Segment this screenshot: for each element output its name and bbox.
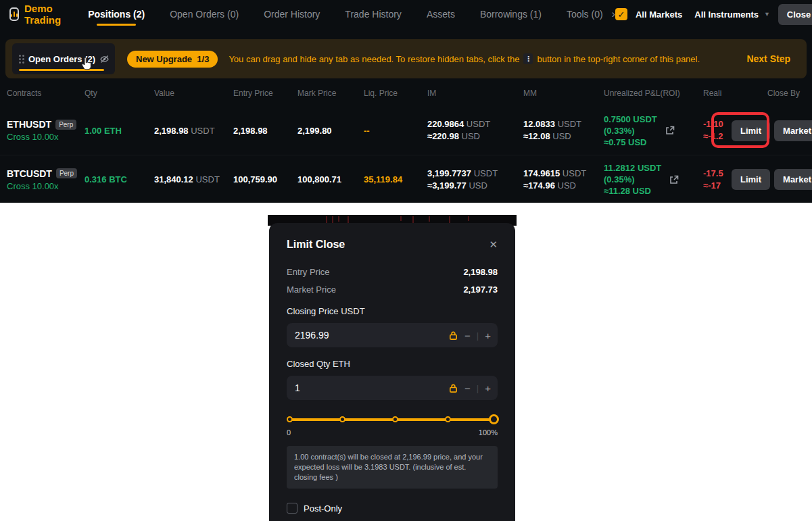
share-external-link-icon[interactable] <box>669 175 679 184</box>
lock-icon[interactable] <box>448 383 458 393</box>
liq-price-cell: -- <box>364 126 427 136</box>
col-header-qty: Qty <box>85 89 154 98</box>
limit-close-button[interactable]: Limit <box>732 120 770 141</box>
lock-icon[interactable] <box>448 330 458 341</box>
col-header-entry: Entry Price <box>233 89 297 98</box>
limit-close-button[interactable]: Limit <box>732 169 770 190</box>
close-icon[interactable]: ✕ <box>489 239 498 251</box>
post-only-toggle[interactable]: Post-Only <box>287 503 498 514</box>
col-header-upl: Unrealized P&L(ROI) <box>604 89 703 98</box>
screen: Demo Trading Positions (2) Open Orders (… <box>0 0 812 521</box>
mm-cell: 12.0833 USDT ≈12.08 USD <box>523 118 604 143</box>
demo-trading-logo-icon <box>9 7 19 21</box>
col-header-im: IM <box>427 89 523 98</box>
slider-dot-0[interactable] <box>287 416 293 422</box>
qty-cell: 0.316 BTC <box>85 174 154 184</box>
nav-right-controls: ✓ All Markets All Instruments ▼ Close Al… <box>615 4 812 25</box>
next-step-button[interactable]: Next Step <box>746 53 790 64</box>
closed-qty-input[interactable] <box>295 382 448 393</box>
hand-cursor-icon <box>80 57 93 72</box>
nav-tabs: Positions (2) Open Orders (0) Order Hist… <box>88 1 615 27</box>
col-header-liq: Liq. Price <box>364 89 427 98</box>
slider-dot-25[interactable] <box>339 416 345 422</box>
eye-slash-icon[interactable] <box>99 54 110 64</box>
market-price-row: Market Price 2,197.73 <box>287 284 498 295</box>
value-cell: 31,840.12 USDT <box>154 174 233 184</box>
col-header-mark: Mark Price <box>297 89 364 98</box>
closing-price-input[interactable] <box>295 330 448 341</box>
closing-price-field: − | + <box>287 323 498 347</box>
im-cell: 3,199.7737 USDT ≈3,199.77 USD <box>427 168 523 192</box>
market-price-label: Market Price <box>287 284 336 295</box>
banner-message: You can drag and hide any tab as needed.… <box>229 53 700 64</box>
tab-positions[interactable]: Positions (2) <box>88 1 145 27</box>
col-header-close-by: Close By <box>732 89 800 98</box>
tab-borrowings[interactable]: Borrowings (1) <box>480 1 542 27</box>
tab-assets[interactable]: Assets <box>427 1 455 27</box>
all-markets-label: All Markets <box>636 9 682 20</box>
unrealized-pnl-cell: 0.7500 USDT (0.33%) ≈0.75 USD <box>604 114 703 148</box>
modal-region: Limit Close ✕ Entry Price 2,198.98 Marke… <box>268 215 517 521</box>
close-by-cell: Limit Market <box>732 120 812 141</box>
slider-max-label: 100% <box>479 428 498 437</box>
tab-order-history[interactable]: Order History <box>264 1 320 27</box>
close-summary-note: 1.00 contract(s) will be closed at 2,196… <box>287 446 498 489</box>
top-nav: Demo Trading Positions (2) Open Orders (… <box>0 0 812 28</box>
entry-price-label: Entry Price <box>287 267 330 277</box>
margin-mode[interactable]: Cross 10.00x <box>7 181 85 191</box>
value-cell: 2,198.98 USDT <box>154 126 233 136</box>
mark-price-cell: 2,199.80 <box>297 126 364 136</box>
contract-symbol[interactable]: ETHUSDT <box>7 119 51 130</box>
im-cell: 220.9864 USDT ≈220.98 USD <box>427 118 523 143</box>
realized-pnl-cell: -1.10 ≈-1.2 <box>703 118 732 143</box>
slider-handle[interactable] <box>489 414 499 424</box>
market-price-value: 2,197.73 <box>463 284 498 295</box>
entry-price-value: 2,198.98 <box>463 267 498 277</box>
post-only-checkbox[interactable] <box>287 503 297 514</box>
stepper-divider: | <box>477 330 479 341</box>
close-all-button[interactable]: Close All <box>778 4 812 25</box>
brand-name: Demo Trading <box>24 3 65 26</box>
slider-dot-50[interactable] <box>392 416 398 422</box>
tab-open-orders[interactable]: Open Orders (0) <box>170 1 239 27</box>
brand[interactable]: Demo Trading <box>9 3 65 26</box>
mm-cell: 174.9615 USDT ≈174.96 USD <box>523 168 604 192</box>
closing-price-label: Closing Price USDT <box>287 306 498 316</box>
all-markets-checkbox[interactable]: ✓ <box>615 8 627 20</box>
perp-badge: Perp <box>56 168 77 178</box>
modal-title: Limit Close <box>287 239 345 251</box>
dropdown-arrow-icon[interactable]: ▼ <box>764 11 770 18</box>
minus-stepper-icon[interactable]: − <box>464 382 471 394</box>
entry-price-cell: 100,759.90 <box>233 174 297 184</box>
slider-dot-75[interactable] <box>445 416 451 422</box>
contract-symbol[interactable]: BTCUSDT <box>7 168 52 179</box>
minus-stepper-icon[interactable]: − <box>464 330 471 341</box>
slider-labels: 0 100% <box>287 428 498 437</box>
market-close-button[interactable]: Market <box>774 120 812 141</box>
plus-stepper-icon[interactable]: + <box>485 382 491 394</box>
realized-pnl-cell: -17.5 ≈-17 <box>703 168 732 192</box>
drag-handle-icon[interactable] <box>19 55 24 64</box>
col-header-realized: Reali <box>703 89 732 98</box>
positions-table-header: Contracts Qty Value Entry Price Mark Pri… <box>0 89 812 98</box>
open-orders-drag-chip[interactable]: Open Orders (2) <box>12 43 115 74</box>
qty-cell: 1.00 ETH <box>85 126 154 136</box>
slider-min-label: 0 <box>287 428 291 437</box>
col-header-value: Value <box>154 89 233 98</box>
tab-trade-history[interactable]: Trade History <box>345 1 402 27</box>
qty-percent-slider[interactable] <box>287 414 498 425</box>
tab-tools[interactable]: Tools (0) <box>567 1 603 27</box>
trading-panel: Demo Trading Positions (2) Open Orders (… <box>0 0 812 203</box>
col-header-contracts: Contracts <box>7 89 85 98</box>
unrealized-pnl-cell: 11.2812 USDT (0.35%) ≈11.28 USD <box>604 162 703 197</box>
new-upgrade-badge: New Upgrade 1/3 <box>127 51 218 68</box>
all-instruments-select[interactable]: All Instruments <box>694 9 759 20</box>
share-external-link-icon[interactable] <box>665 126 675 135</box>
market-close-button[interactable]: Market <box>774 169 812 190</box>
position-row-ethusdt: ETHUSDT Perp Cross 10.00x 1.00 ETH 2,198… <box>0 106 812 155</box>
plus-stepper-icon[interactable]: + <box>485 330 491 341</box>
upgrade-tour-banner: Open Orders (2) New Upgrade 1/3 You can … <box>5 39 807 78</box>
close-by-cell: Limit Market <box>732 169 812 190</box>
post-only-label: Post-Only <box>304 503 342 514</box>
margin-mode[interactable]: Cross 10.00x <box>7 132 85 142</box>
